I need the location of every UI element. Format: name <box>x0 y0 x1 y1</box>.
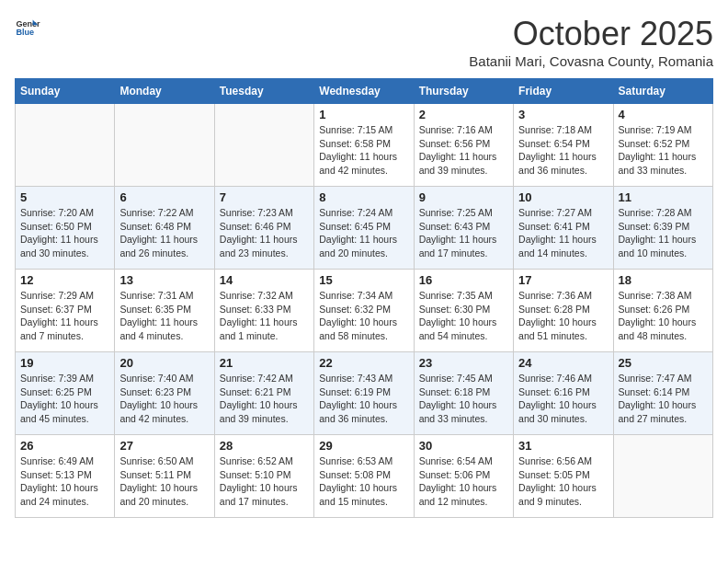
calendar-cell: 19Sunrise: 7:39 AMSunset: 6:25 PMDayligh… <box>16 352 115 435</box>
calendar-cell: 9Sunrise: 7:25 AMSunset: 6:43 PMDaylight… <box>414 187 513 270</box>
cell-day-number: 12 <box>20 273 109 287</box>
cell-info-text: Sunrise: 7:47 AMSunset: 6:14 PMDaylight:… <box>619 372 708 426</box>
cell-day-number: 13 <box>119 273 209 287</box>
weekday-header-cell: Wednesday <box>314 79 414 104</box>
cell-info-text: Sunrise: 7:18 AMSunset: 6:54 PMDaylight:… <box>518 123 608 178</box>
cell-day-number: 26 <box>20 439 109 453</box>
cell-info-text: Sunrise: 7:24 AMSunset: 6:45 PMDaylight:… <box>319 206 408 260</box>
cell-info-text: Sunrise: 7:42 AMSunset: 6:21 PMDaylight:… <box>220 372 309 426</box>
cell-info-text: Sunrise: 7:43 AMSunset: 6:19 PMDaylight:… <box>319 372 408 426</box>
cell-info-text: Sunrise: 7:27 AMSunset: 6:41 PMDaylight:… <box>518 206 608 260</box>
weekday-header-cell: Monday <box>115 79 214 104</box>
location-title: Batanii Mari, Covasna County, Romania <box>469 53 713 69</box>
calendar-cell <box>613 435 712 518</box>
cell-info-text: Sunrise: 7:19 AMSunset: 6:52 PMDaylight:… <box>619 123 708 178</box>
cell-day-number: 6 <box>119 190 209 204</box>
cell-day-number: 25 <box>619 356 708 370</box>
cell-day-number: 27 <box>119 439 209 453</box>
calendar-cell: 25Sunrise: 7:47 AMSunset: 6:14 PMDayligh… <box>613 352 712 435</box>
calendar-cell: 22Sunrise: 7:43 AMSunset: 6:19 PMDayligh… <box>314 352 414 435</box>
cell-day-number: 17 <box>518 273 608 287</box>
svg-text:Blue: Blue <box>16 28 34 37</box>
cell-day-number: 14 <box>220 273 309 287</box>
cell-info-text: Sunrise: 7:28 AMSunset: 6:39 PMDaylight:… <box>619 206 708 260</box>
calendar-table: SundayMondayTuesdayWednesdayThursdayFrid… <box>15 78 713 518</box>
calendar-cell: 7Sunrise: 7:23 AMSunset: 6:46 PMDaylight… <box>214 187 313 270</box>
cell-day-number: 3 <box>518 108 608 121</box>
cell-info-text: Sunrise: 6:50 AMSunset: 5:11 PMDaylight:… <box>119 454 209 509</box>
calendar-cell: 4Sunrise: 7:19 AMSunset: 6:52 PMDaylight… <box>613 104 712 187</box>
cell-info-text: Sunrise: 7:35 AMSunset: 6:30 PMDaylight:… <box>419 289 508 343</box>
cell-day-number: 23 <box>419 356 508 370</box>
calendar-cell: 3Sunrise: 7:18 AMSunset: 6:54 PMDaylight… <box>514 104 613 187</box>
cell-info-text: Sunrise: 7:40 AMSunset: 6:23 PMDaylight:… <box>119 372 209 426</box>
cell-day-number: 2 <box>419 108 508 121</box>
calendar-week-row: 5Sunrise: 7:20 AMSunset: 6:50 PMDaylight… <box>16 187 713 270</box>
calendar-week-row: 12Sunrise: 7:29 AMSunset: 6:37 PMDayligh… <box>16 270 713 352</box>
calendar-cell: 21Sunrise: 7:42 AMSunset: 6:21 PMDayligh… <box>214 352 313 435</box>
calendar-cell: 17Sunrise: 7:36 AMSunset: 6:28 PMDayligh… <box>514 270 613 352</box>
month-title: October 2025 <box>469 15 713 53</box>
weekday-header-row: SundayMondayTuesdayWednesdayThursdayFrid… <box>16 79 713 104</box>
weekday-header-cell: Friday <box>514 79 613 104</box>
calendar-cell: 24Sunrise: 7:46 AMSunset: 6:16 PMDayligh… <box>514 352 613 435</box>
calendar-week-row: 19Sunrise: 7:39 AMSunset: 6:25 PMDayligh… <box>16 352 713 435</box>
cell-info-text: Sunrise: 7:45 AMSunset: 6:18 PMDaylight:… <box>419 372 508 426</box>
cell-day-number: 9 <box>419 190 508 204</box>
cell-day-number: 4 <box>619 108 708 121</box>
cell-info-text: Sunrise: 7:15 AMSunset: 6:58 PMDaylight:… <box>319 123 408 178</box>
header: General Blue October 2025 Batanii Mari, … <box>15 15 713 69</box>
cell-info-text: Sunrise: 7:23 AMSunset: 6:46 PMDaylight:… <box>220 206 309 260</box>
cell-day-number: 19 <box>20 356 109 370</box>
calendar-cell: 8Sunrise: 7:24 AMSunset: 6:45 PMDaylight… <box>314 187 414 270</box>
cell-day-number: 18 <box>619 273 708 287</box>
weekday-header-cell: Saturday <box>613 79 712 104</box>
cell-day-number: 28 <box>220 439 309 453</box>
svg-text:General: General <box>16 19 40 29</box>
cell-day-number: 8 <box>319 190 408 204</box>
logo: General Blue <box>15 15 40 40</box>
cell-info-text: Sunrise: 7:32 AMSunset: 6:33 PMDaylight:… <box>220 289 309 343</box>
cell-info-text: Sunrise: 6:53 AMSunset: 5:08 PMDaylight:… <box>319 454 408 509</box>
logo-icon: General Blue <box>15 15 40 40</box>
cell-info-text: Sunrise: 7:39 AMSunset: 6:25 PMDaylight:… <box>20 372 109 426</box>
cell-day-number: 31 <box>518 439 608 453</box>
cell-info-text: Sunrise: 7:46 AMSunset: 6:16 PMDaylight:… <box>518 372 608 426</box>
calendar-cell: 5Sunrise: 7:20 AMSunset: 6:50 PMDaylight… <box>16 187 115 270</box>
calendar-cell: 10Sunrise: 7:27 AMSunset: 6:41 PMDayligh… <box>514 187 613 270</box>
calendar-cell: 30Sunrise: 6:54 AMSunset: 5:06 PMDayligh… <box>414 435 513 518</box>
cell-info-text: Sunrise: 7:16 AMSunset: 6:56 PMDaylight:… <box>419 123 508 178</box>
calendar-cell: 12Sunrise: 7:29 AMSunset: 6:37 PMDayligh… <box>16 270 115 352</box>
cell-info-text: Sunrise: 7:25 AMSunset: 6:43 PMDaylight:… <box>419 206 508 260</box>
cell-info-text: Sunrise: 7:20 AMSunset: 6:50 PMDaylight:… <box>20 206 109 260</box>
calendar-cell: 16Sunrise: 7:35 AMSunset: 6:30 PMDayligh… <box>414 270 513 352</box>
cell-day-number: 16 <box>419 273 508 287</box>
weekday-header-cell: Tuesday <box>214 79 313 104</box>
cell-day-number: 29 <box>319 439 408 453</box>
calendar-cell: 28Sunrise: 6:52 AMSunset: 5:10 PMDayligh… <box>214 435 313 518</box>
calendar-cell: 31Sunrise: 6:56 AMSunset: 5:05 PMDayligh… <box>514 435 613 518</box>
cell-info-text: Sunrise: 7:22 AMSunset: 6:48 PMDaylight:… <box>119 206 209 260</box>
calendar-cell: 11Sunrise: 7:28 AMSunset: 6:39 PMDayligh… <box>613 187 712 270</box>
calendar-cell <box>115 104 214 187</box>
title-area: October 2025 Batanii Mari, Covasna Count… <box>469 15 713 69</box>
cell-info-text: Sunrise: 7:38 AMSunset: 6:26 PMDaylight:… <box>619 289 708 343</box>
calendar-week-row: 1Sunrise: 7:15 AMSunset: 6:58 PMDaylight… <box>16 104 713 187</box>
cell-day-number: 22 <box>319 356 408 370</box>
calendar-cell <box>214 104 313 187</box>
calendar-cell: 20Sunrise: 7:40 AMSunset: 6:23 PMDayligh… <box>115 352 214 435</box>
calendar-week-row: 26Sunrise: 6:49 AMSunset: 5:13 PMDayligh… <box>16 435 713 518</box>
weekday-header-cell: Sunday <box>16 79 115 104</box>
cell-day-number: 24 <box>518 356 608 370</box>
cell-info-text: Sunrise: 6:52 AMSunset: 5:10 PMDaylight:… <box>220 454 309 509</box>
cell-day-number: 1 <box>319 108 408 121</box>
cell-day-number: 10 <box>518 190 608 204</box>
calendar-cell: 1Sunrise: 7:15 AMSunset: 6:58 PMDaylight… <box>314 104 414 187</box>
weekday-header-cell: Thursday <box>414 79 513 104</box>
calendar-cell: 15Sunrise: 7:34 AMSunset: 6:32 PMDayligh… <box>314 270 414 352</box>
calendar-cell: 23Sunrise: 7:45 AMSunset: 6:18 PMDayligh… <box>414 352 513 435</box>
calendar-cell: 29Sunrise: 6:53 AMSunset: 5:08 PMDayligh… <box>314 435 414 518</box>
cell-day-number: 11 <box>619 190 708 204</box>
cell-day-number: 5 <box>20 190 109 204</box>
cell-info-text: Sunrise: 7:29 AMSunset: 6:37 PMDaylight:… <box>20 289 109 343</box>
